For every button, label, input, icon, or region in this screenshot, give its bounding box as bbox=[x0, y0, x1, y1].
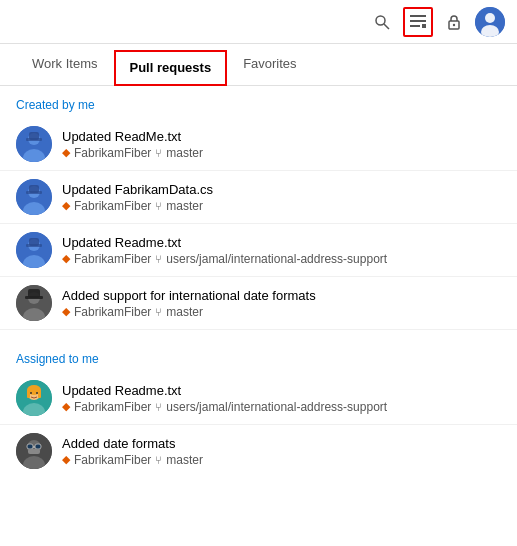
svg-rect-43 bbox=[35, 444, 41, 449]
pr-repo-5: FabrikamFiber bbox=[74, 400, 151, 414]
pr-branch-4: master bbox=[166, 305, 203, 319]
repo-icon-4: ◆ bbox=[62, 305, 70, 318]
svg-rect-3 bbox=[410, 20, 426, 22]
svg-rect-4 bbox=[410, 25, 420, 27]
pr-repo-3: FabrikamFiber bbox=[74, 252, 151, 266]
svg-point-0 bbox=[376, 16, 385, 25]
pr-info-4: Added support for international date for… bbox=[62, 288, 316, 319]
pr-title-3: Updated Readme.txt bbox=[62, 235, 387, 250]
header bbox=[0, 0, 517, 44]
repo-icon-5: ◆ bbox=[62, 400, 70, 413]
nav-tabs: Work Items Pull requests Favorites bbox=[0, 44, 517, 86]
svg-rect-42 bbox=[27, 444, 33, 449]
pr-repo-2: FabrikamFiber bbox=[74, 199, 151, 213]
avatar-2 bbox=[16, 179, 52, 215]
section-created-by-me-label: Created by me bbox=[0, 86, 517, 118]
branch-icon-5: ⑂ bbox=[155, 401, 162, 413]
svg-rect-5 bbox=[422, 24, 426, 28]
pr-title-4: Added support for international date for… bbox=[62, 288, 316, 303]
svg-rect-15 bbox=[29, 132, 39, 140]
svg-rect-45 bbox=[28, 449, 40, 454]
pr-branch-1: master bbox=[166, 146, 203, 160]
avatar-5 bbox=[16, 380, 52, 416]
lock-icon[interactable] bbox=[439, 7, 469, 37]
pr-info-6: Added date formats ◆ FabrikamFiber ⑂ mas… bbox=[62, 436, 203, 467]
pr-item-5[interactable]: Updated Readme.txt ◆ FabrikamFiber ⑂ use… bbox=[0, 372, 517, 425]
tab-work-items[interactable]: Work Items bbox=[16, 46, 114, 85]
svg-point-7 bbox=[453, 23, 455, 25]
pr-info-5: Updated Readme.txt ◆ FabrikamFiber ⑂ use… bbox=[62, 383, 387, 414]
pr-info-3: Updated Readme.txt ◆ FabrikamFiber ⑂ use… bbox=[62, 235, 387, 266]
svg-rect-20 bbox=[29, 185, 39, 193]
user-avatar[interactable] bbox=[475, 7, 505, 37]
pr-meta-5: ◆ FabrikamFiber ⑂ users/jamal/internatio… bbox=[62, 400, 387, 414]
section-gap bbox=[0, 330, 517, 340]
repo-icon-3: ◆ bbox=[62, 252, 70, 265]
pr-branch-2: master bbox=[166, 199, 203, 213]
tab-favorites[interactable]: Favorites bbox=[227, 46, 312, 85]
pr-item-2[interactable]: Updated FabrikamData.cs ◆ FabrikamFiber … bbox=[0, 171, 517, 224]
svg-rect-25 bbox=[29, 238, 39, 246]
pr-meta-6: ◆ FabrikamFiber ⑂ master bbox=[62, 453, 203, 467]
content: Created by me Updated ReadMe.txt ◆ Fabri… bbox=[0, 86, 517, 477]
svg-point-38 bbox=[36, 392, 38, 394]
pr-info-1: Updated ReadMe.txt ◆ FabrikamFiber ⑂ mas… bbox=[62, 129, 203, 160]
pr-item-6[interactable]: Added date formats ◆ FabrikamFiber ⑂ mas… bbox=[0, 425, 517, 477]
pr-repo-6: FabrikamFiber bbox=[74, 453, 151, 467]
pr-item-4[interactable]: Added support for international date for… bbox=[0, 277, 517, 330]
svg-rect-30 bbox=[28, 289, 40, 298]
svg-line-1 bbox=[384, 24, 389, 29]
pr-repo-4: FabrikamFiber bbox=[74, 305, 151, 319]
pr-repo-1: FabrikamFiber bbox=[74, 146, 151, 160]
branch-icon-1: ⑂ bbox=[155, 147, 162, 159]
avatar-4 bbox=[16, 285, 52, 321]
avatar-3 bbox=[16, 232, 52, 268]
svg-rect-2 bbox=[410, 15, 426, 17]
pr-meta-4: ◆ FabrikamFiber ⑂ master bbox=[62, 305, 316, 319]
list-icon[interactable] bbox=[403, 7, 433, 37]
pr-branch-3: users/jamal/international-address-suppor… bbox=[166, 252, 387, 266]
repo-icon-2: ◆ bbox=[62, 199, 70, 212]
pr-title-2: Updated FabrikamData.cs bbox=[62, 182, 213, 197]
pr-title-5: Updated Readme.txt bbox=[62, 383, 387, 398]
pr-meta-1: ◆ FabrikamFiber ⑂ master bbox=[62, 146, 203, 160]
branch-icon-4: ⑂ bbox=[155, 306, 162, 318]
header-icons bbox=[367, 7, 505, 37]
branch-icon-6: ⑂ bbox=[155, 454, 162, 466]
pr-meta-2: ◆ FabrikamFiber ⑂ master bbox=[62, 199, 213, 213]
pr-meta-3: ◆ FabrikamFiber ⑂ users/jamal/internatio… bbox=[62, 252, 387, 266]
svg-rect-35 bbox=[27, 390, 30, 398]
pr-title-6: Added date formats bbox=[62, 436, 203, 451]
repo-icon-1: ◆ bbox=[62, 146, 70, 159]
section-assigned-to-me-label: Assigned to me bbox=[0, 340, 517, 372]
avatar-1 bbox=[16, 126, 52, 162]
pr-branch-5: users/jamal/international-address-suppor… bbox=[166, 400, 387, 414]
branch-icon-3: ⑂ bbox=[155, 253, 162, 265]
pr-item-1[interactable]: Updated ReadMe.txt ◆ FabrikamFiber ⑂ mas… bbox=[0, 118, 517, 171]
pr-info-2: Updated FabrikamData.cs ◆ FabrikamFiber … bbox=[62, 182, 213, 213]
branch-icon-2: ⑂ bbox=[155, 200, 162, 212]
pr-title-1: Updated ReadMe.txt bbox=[62, 129, 203, 144]
svg-point-9 bbox=[485, 13, 495, 23]
search-icon[interactable] bbox=[367, 7, 397, 37]
avatar-6 bbox=[16, 433, 52, 469]
svg-rect-36 bbox=[38, 390, 41, 398]
svg-rect-44 bbox=[33, 446, 35, 448]
repo-icon-6: ◆ bbox=[62, 453, 70, 466]
svg-point-37 bbox=[30, 392, 32, 394]
pr-branch-6: master bbox=[166, 453, 203, 467]
tab-pull-requests[interactable]: Pull requests bbox=[114, 50, 228, 86]
pr-item-3[interactable]: Updated Readme.txt ◆ FabrikamFiber ⑂ use… bbox=[0, 224, 517, 277]
